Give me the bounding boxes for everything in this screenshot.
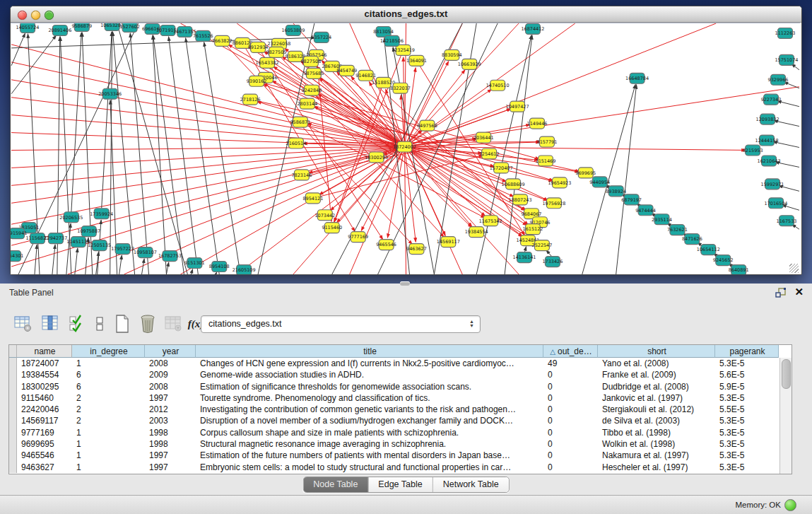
table-cell[interactable]: 9115460 — [17, 392, 72, 404]
network-node[interactable]: 8640891 — [729, 265, 749, 274]
citation-network-graph[interactable]: 7663822886012889129342322605898275058186… — [11, 23, 800, 274]
scrollbar-thumb[interactable] — [782, 359, 791, 389]
table-row[interactable]: 946554611997Estimation of the future num… — [9, 450, 792, 461]
table-cell[interactable]: Estimation of the future numbers of pati… — [196, 450, 543, 461]
column-header-name[interactable]: name — [17, 345, 72, 358]
network-window-titlebar[interactable]: citations_edges.txt — [11, 6, 801, 23]
network-node[interactable]: 2036441 — [473, 132, 494, 143]
show-hide-columns-icon[interactable] — [66, 313, 88, 334]
table-cell[interactable]: 2 — [72, 392, 145, 404]
network-node[interactable]: 9827505 — [266, 47, 287, 57]
column-header-pagerank[interactable]: pagerank — [715, 345, 779, 358]
table-cell[interactable]: 1997 — [145, 450, 196, 461]
table-cell[interactable]: 1 — [72, 427, 145, 438]
network-node[interactable]: 1527602 — [119, 23, 140, 32]
table-row[interactable]: 977716911998Corpus callosum shape and si… — [9, 427, 792, 438]
table-cell[interactable]: 14569117 — [17, 415, 72, 426]
table-cell[interactable]: Structural magnetic resonance image aver… — [196, 438, 543, 450]
table-cell[interactable]: Disruption of a novel member of a sodium… — [196, 415, 543, 426]
column-header-in_degree[interactable]: in_degree — [72, 345, 145, 358]
network-node[interactable]: 7615526 — [193, 30, 213, 41]
table-row[interactable]: 946362711997Embryonic stem cells: a mode… — [9, 462, 792, 473]
table-cell[interactable]: 0 — [543, 450, 598, 461]
table-row[interactable]: 1938455462009Genome-wide association stu… — [9, 369, 792, 380]
network-node[interactable]: 1149446 — [527, 118, 548, 129]
delete-column-icon[interactable] — [137, 313, 158, 334]
network-node[interactable]: 9227343 — [761, 94, 782, 105]
table-cell[interactable]: 0 — [543, 369, 598, 380]
table-cell[interactable]: 0 — [543, 381, 598, 392]
network-node[interactable]: 15751074 — [775, 54, 799, 65]
table-cell[interactable]: 2012 — [145, 404, 196, 415]
network-node[interactable]: 17016504 — [765, 198, 788, 209]
table-cell[interactable]: 1997 — [145, 392, 196, 404]
table-cell[interactable]: Hescheler et al. (1997) — [598, 462, 715, 473]
network-node[interactable]: 16053809 — [281, 25, 305, 35]
table-cell[interactable]: 0 — [543, 438, 598, 450]
network-node[interactable]: 6879197 — [621, 194, 642, 205]
tab-network-table[interactable]: Network Table — [433, 477, 509, 492]
vertical-scrollbar[interactable] — [779, 358, 792, 474]
table-cell[interactable]: 5.3E-5 — [715, 358, 779, 369]
network-node[interactable]: 1615122 — [523, 224, 543, 235]
table-cell[interactable]: Corpus callosum shape and size in male p… — [196, 427, 543, 438]
create-column-icon[interactable] — [112, 313, 133, 334]
network-node[interactable]: 9474444 — [635, 205, 656, 216]
table-mode-icon[interactable] — [13, 313, 34, 334]
table-cell[interactable]: 5.3E-5 — [715, 462, 779, 473]
network-node[interactable]: 9440954 — [589, 177, 610, 187]
network-node[interactable]: 16874412 — [522, 23, 545, 34]
network-node[interactable]: 15720407 — [490, 163, 513, 173]
table-cell[interactable]: Estimation of significance thresholds fo… — [196, 381, 543, 392]
network-node[interactable]: 21605109 — [233, 265, 256, 274]
network-node[interactable]: 16210643 — [758, 156, 781, 166]
network-node[interactable]: 7654301 — [11, 251, 23, 262]
network-node[interactable]: 8157791 — [537, 136, 558, 147]
table-cell[interactable]: 5.5E-5 — [715, 404, 779, 415]
tab-edge-table[interactable]: Edge Table — [368, 477, 433, 492]
network-node[interactable]: 9329966 — [768, 74, 789, 85]
table-cell[interactable]: Embryonic stem cells: a model to study s… — [196, 462, 543, 473]
table-cell[interactable]: Jankovic et al. (1997) — [598, 392, 715, 404]
network-node[interactable]: 9777169 — [348, 232, 368, 243]
network-node[interactable]: 10958107 — [134, 247, 157, 258]
table-cell[interactable]: 1 — [72, 358, 145, 369]
table-chooser-dropdown[interactable]: citations_edges.txt ▲▼ — [201, 315, 481, 333]
table-cell[interactable]: 2008 — [145, 381, 196, 392]
network-node[interactable]: 12942737 — [44, 233, 67, 244]
table-cell[interactable]: Wolkin et al. (1998) — [598, 438, 715, 450]
network-node[interactable]: 9827508 — [300, 56, 321, 66]
table-cell[interactable]: 1998 — [145, 438, 196, 450]
network-node[interactable]: 9699695 — [575, 168, 596, 178]
network-node[interactable]: 1357224 — [311, 32, 331, 42]
table-cell[interactable]: 2008 — [145, 358, 196, 369]
network-node[interactable]: 8912934 — [248, 42, 269, 52]
table-cell[interactable]: 5.3E-5 — [715, 450, 779, 461]
table-cell[interactable]: 6 — [72, 381, 145, 392]
table-cell[interactable]: 9463627 — [17, 462, 72, 473]
table-cell[interactable]: 18300295 — [17, 381, 72, 392]
select-column-icon[interactable] — [40, 313, 61, 334]
network-node[interactable]: 9465546 — [376, 240, 396, 250]
table-cell[interactable]: Franke et al. (2009) — [598, 369, 715, 380]
network-node[interactable]: 9245652 — [713, 255, 734, 266]
network-node[interactable]: 9242848 — [301, 85, 322, 95]
network-node[interactable]: 16782753 — [158, 251, 182, 262]
table-cell[interactable]: 19384554 — [17, 369, 72, 380]
table-cell[interactable]: 9465546 — [17, 450, 72, 461]
network-node[interactable]: 11675342 — [479, 216, 502, 226]
table-cell[interactable]: 9699695 — [17, 438, 72, 450]
table-cell[interactable]: 0 — [543, 404, 598, 415]
network-window[interactable]: citations_edges.txt 76638228860128891293… — [10, 6, 802, 275]
network-node[interactable]: 16648784 — [625, 73, 649, 83]
network-node[interactable]: 7663822 — [212, 35, 233, 46]
table-cell[interactable]: 5.3E-5 — [715, 392, 779, 404]
network-node[interactable]: 1364091 — [406, 55, 427, 66]
network-node[interactable]: 17957223 — [111, 244, 134, 255]
column-header-out_de[interactable]: △out_de… — [543, 345, 598, 358]
network-node[interactable]: 8954121 — [302, 193, 323, 204]
table-cell[interactable]: Genome-wide association studies in ADHD. — [196, 369, 543, 380]
table-row[interactable]: 911546021997Tourette syndrome. Phenomeno… — [9, 392, 792, 404]
table-cell[interactable]: Yano et al. (2008) — [598, 358, 715, 369]
table-cell[interactable]: 5.3E-5 — [715, 438, 779, 450]
